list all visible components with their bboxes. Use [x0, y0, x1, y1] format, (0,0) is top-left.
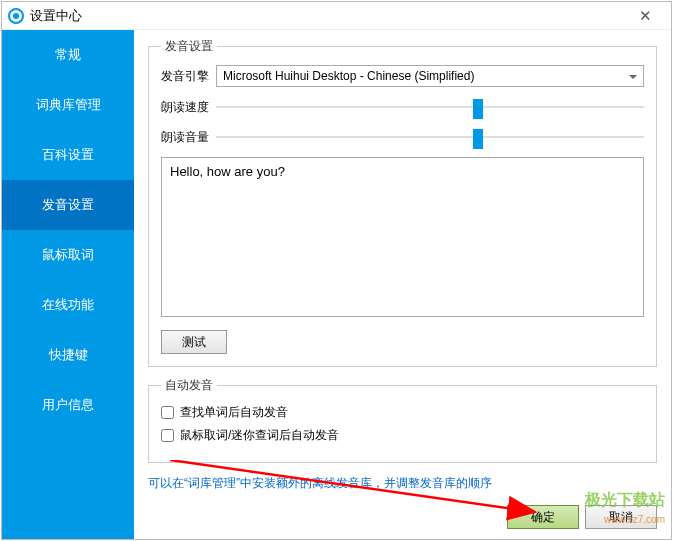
auto-pronounce-group: 自动发音 查找单词后自动发音 鼠标取词/迷你查词后自动发音 — [148, 377, 657, 463]
ok-button[interactable]: 确定 — [507, 505, 579, 529]
sidebar-item-mouse-pick[interactable]: 鼠标取词 — [2, 230, 134, 280]
sample-textarea[interactable]: Hello, how are you? — [161, 157, 644, 317]
footer-buttons: 确定 取消 — [507, 505, 657, 529]
speed-label: 朗读速度 — [161, 99, 216, 116]
check-after-lookup[interactable]: 查找单词后自动发音 — [161, 404, 644, 421]
main-panel: 发音设置 发音引擎 Microsoft Huihui Desktop - Chi… — [134, 30, 671, 539]
volume-thumb[interactable] — [473, 129, 483, 149]
hint-link[interactable]: “词库管理” — [184, 476, 240, 490]
sidebar: 常规 词典库管理 百科设置 发音设置 鼠标取词 在线功能 快捷键 用户信息 — [2, 30, 134, 539]
test-button[interactable]: 测试 — [161, 330, 227, 354]
hint-text: 可以在“词库管理”中安装额外的离线发音库，并调整发音库的顺序 — [148, 475, 657, 492]
pronunciation-legend: 发音设置 — [161, 38, 217, 55]
speed-slider[interactable] — [216, 97, 644, 117]
body: 常规 词典库管理 百科设置 发音设置 鼠标取词 在线功能 快捷键 用户信息 发音… — [2, 30, 671, 539]
engine-label: 发音引擎 — [161, 68, 216, 85]
volume-row: 朗读音量 — [161, 127, 644, 147]
auto-pronounce-legend: 自动发音 — [161, 377, 217, 394]
window: 设置中心 ✕ 常规 词典库管理 百科设置 发音设置 鼠标取词 在线功能 快捷键 … — [1, 1, 672, 540]
volume-label: 朗读音量 — [161, 129, 216, 146]
speed-row: 朗读速度 — [161, 97, 644, 117]
close-button[interactable]: ✕ — [625, 2, 665, 29]
app-icon — [8, 8, 24, 24]
sidebar-item-encyclopedia[interactable]: 百科设置 — [2, 130, 134, 180]
cancel-button[interactable]: 取消 — [585, 505, 657, 529]
check-after-lookup-box[interactable] — [161, 406, 174, 419]
volume-slider[interactable] — [216, 127, 644, 147]
sidebar-item-online[interactable]: 在线功能 — [2, 280, 134, 330]
pronunciation-group: 发音设置 发音引擎 Microsoft Huihui Desktop - Chi… — [148, 38, 657, 367]
sidebar-item-general[interactable]: 常规 — [2, 30, 134, 80]
sidebar-item-pronunciation[interactable]: 发音设置 — [2, 180, 134, 230]
check-after-mouse-box[interactable] — [161, 429, 174, 442]
sidebar-item-hotkeys[interactable]: 快捷键 — [2, 330, 134, 380]
speed-thumb[interactable] — [473, 99, 483, 119]
titlebar: 设置中心 ✕ — [2, 2, 671, 30]
engine-row: 发音引擎 Microsoft Huihui Desktop - Chinese … — [161, 65, 644, 87]
check-after-mouse[interactable]: 鼠标取词/迷你查词后自动发音 — [161, 427, 644, 444]
svg-point-1 — [13, 13, 19, 19]
engine-select[interactable]: Microsoft Huihui Desktop - Chinese (Simp… — [216, 65, 644, 87]
sidebar-item-user-info[interactable]: 用户信息 — [2, 380, 134, 430]
sidebar-item-dict-manage[interactable]: 词典库管理 — [2, 80, 134, 130]
window-title: 设置中心 — [30, 7, 82, 25]
